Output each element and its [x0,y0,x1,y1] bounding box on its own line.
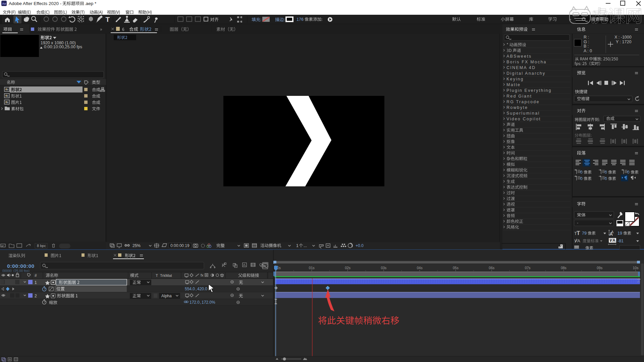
svg-text:0: 0 [627,170,630,175]
svg-text:0:00:00:19: 0:00:00:19 [170,243,190,248]
svg-text:Y : 1720: Y : 1720 [616,40,631,44]
svg-text:G :: G : [584,40,589,44]
svg-text:T: T [156,274,158,278]
svg-text:Rowbyte: Rowbyte [506,105,528,110]
svg-text:0: 0 [605,170,607,175]
svg-text:06s: 06s [489,266,494,270]
svg-text:Digital Anarchy: Digital Anarchy [506,71,545,76]
svg-text:CINEMA 4D: CINEMA 4D [506,65,536,70]
svg-text:01s: 01s [309,266,315,270]
svg-text:ABSweets: ABSweets [506,54,532,59]
svg-text:Superluminal: Superluminal [506,111,540,116]
svg-text:0:00:10:00,25.00 fps: 0:00:10:00,25.00 fps [44,45,82,49]
svg-text:172.0: 172.0 [190,300,200,305]
svg-text:04s: 04s [417,266,423,270]
svg-text:8 bpc: 8 bpc [37,244,46,248]
svg-text:fx: fx [201,273,204,277]
svg-text:Plugin Everything: Plugin Everything [506,88,552,93]
svg-text:0: 0 [580,170,583,175]
svg-text:176: 176 [297,17,304,22]
svg-text:172.0%: 172.0% [202,300,215,305]
svg-text:0: 0 [605,176,607,181]
svg-text:79: 79 [582,231,587,236]
svg-text:...: ... [304,243,307,248]
svg-text:03s: 03s [381,266,386,270]
svg-text:0:00:00:00: 0:00:00:00 [7,263,35,269]
svg-text:19: 19 [618,231,622,236]
svg-text:02s: 02s [345,266,351,270]
svg-text:,: , [200,300,201,305]
svg-text:Matte: Matte [506,82,521,87]
svg-text:05s: 05s [453,266,459,270]
svg-text:A : 0: A : 0 [584,49,592,53]
svg-text:420.0: 420.0 [197,287,207,291]
svg-text:10s: 10s [633,266,639,270]
svg-text:A: A [609,231,613,237]
svg-text:Video Copilot: Video Copilot [506,117,541,121]
svg-text:T: T [106,15,110,23]
svg-text:Keying: Keying [506,77,524,81]
svg-text:V: V [609,238,612,243]
svg-text:#: # [35,273,37,278]
svg-text:09s: 09s [597,266,602,270]
svg-text:+0.0: +0.0 [356,243,364,248]
svg-text:A: A [577,238,580,243]
svg-text:1: 1 [296,243,299,248]
svg-text:Red Giant: Red Giant [506,94,532,99]
svg-text:Boris FX Mocha: Boris FX Mocha [506,60,547,64]
svg-text:07s: 07s [525,266,531,270]
svg-text:-81: -81 [618,239,624,243]
svg-text:A: A [612,238,615,243]
svg-text:.aep *: .aep * [85,1,97,6]
svg-text:X : -1000: X : -1000 [614,35,632,40]
svg-text:0: 0 [580,176,583,181]
svg-text:R :: R : [584,35,589,40]
svg-text:B :: B : [584,44,589,49]
svg-text:25%: 25% [132,243,141,248]
svg-text:Ae: Ae [2,2,6,5]
svg-text:T: T [577,230,580,236]
svg-text:1: 1 [35,280,37,285]
svg-text:08s: 08s [561,266,567,270]
svg-text:TrkMat: TrkMat [160,274,172,278]
svg-text:2: 2 [35,294,37,298]
svg-text:,: , [196,287,197,291]
svg-text:Alpha: Alpha [161,294,172,298]
svg-text:Adobe After Effects 2020 -: Adobe After Effects 2020 - [9,1,61,6]
svg-text:RG Trapcode: RG Trapcode [506,100,540,104]
svg-text:554.0: 554.0 [185,287,195,291]
